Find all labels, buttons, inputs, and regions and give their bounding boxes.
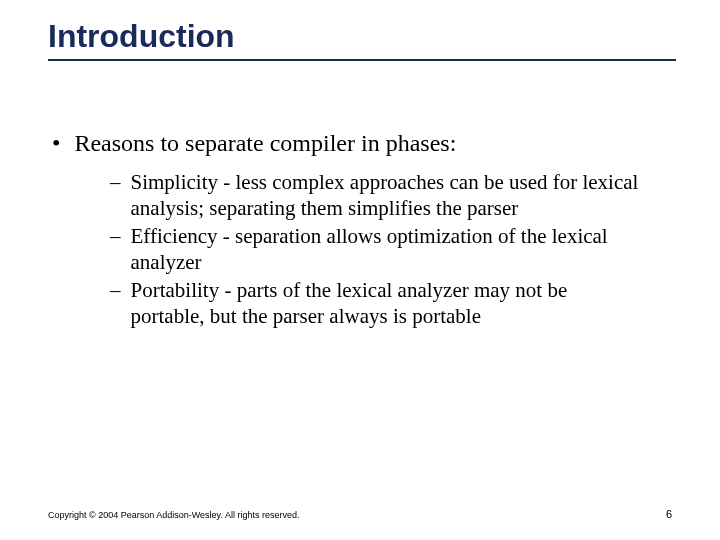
slide: Introduction • Reasons to separate compi… — [0, 0, 720, 540]
footer: Copyright © 2004 Pearson Addison-Wesley.… — [48, 508, 672, 520]
sub-item-text: Efficiency - separation allows optimizat… — [131, 223, 643, 275]
list-item: – Simplicity - less complex approaches c… — [110, 169, 642, 221]
list-item: – Efficiency - separation allows optimiz… — [110, 223, 642, 275]
list-item: – Portability - parts of the lexical ana… — [110, 277, 642, 329]
sub-item-text: Portability - parts of the lexical analy… — [131, 277, 643, 329]
sub-item-text: Simplicity - less complex approaches can… — [131, 169, 643, 221]
slide-title: Introduction — [48, 18, 672, 55]
dash-icon: – — [110, 169, 121, 195]
title-underline — [48, 59, 676, 61]
sub-list: – Simplicity - less complex approaches c… — [110, 169, 642, 329]
dash-icon: – — [110, 223, 121, 249]
main-bullet: • Reasons to separate compiler in phases… — [48, 129, 672, 157]
main-bullet-text: Reasons to separate compiler in phases: — [74, 129, 456, 157]
page-number: 6 — [666, 508, 672, 520]
bullet-icon: • — [52, 129, 60, 157]
copyright-text: Copyright © 2004 Pearson Addison-Wesley.… — [48, 510, 299, 520]
dash-icon: – — [110, 277, 121, 303]
